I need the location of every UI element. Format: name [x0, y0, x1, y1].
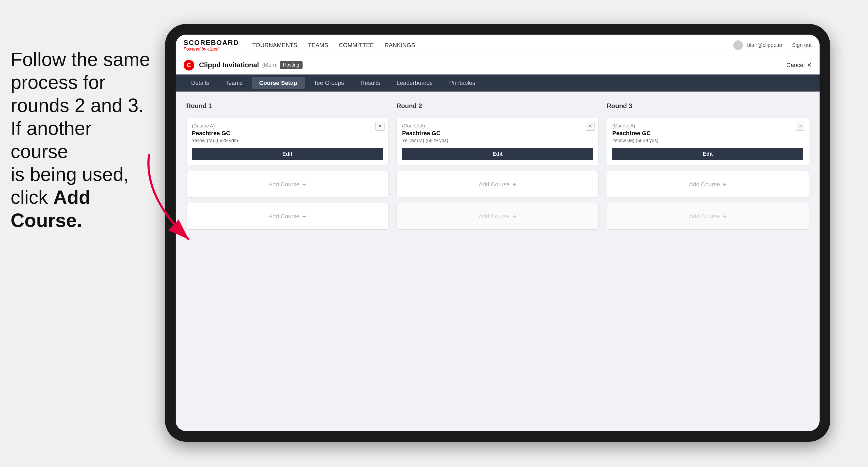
logo-area: SCOREBOARD Powered by clippd — [184, 39, 239, 52]
round-3-title: Round 3 — [607, 102, 809, 110]
round-3-plus-icon-2: + — [723, 212, 727, 221]
hosting-badge: Hosting — [280, 61, 303, 69]
nav-rankings[interactable]: RANKINGS — [384, 40, 415, 51]
instruction-bold: Add Course. — [11, 187, 90, 231]
logo-scoreboard: SCOREBOARD — [184, 39, 239, 47]
round-2-course-name: Peachtree GC — [402, 130, 593, 137]
tablet-frame: SCOREBOARD Powered by clippd TOURNAMENTS… — [165, 24, 830, 442]
round-3-plus-icon-1: + — [723, 180, 727, 189]
round-1-column: Round 1 ✕ (Course A) Peachtree GC Yellow… — [186, 102, 389, 230]
top-nav: SCOREBOARD Powered by clippd TOURNAMENTS… — [176, 35, 819, 56]
round-2-edit-button[interactable]: Edit — [402, 148, 593, 160]
round-3-course-card: ✕ (Course A) Peachtree GC Yellow (M) (66… — [607, 118, 809, 166]
instruction-line1: Follow the sameprocess forrounds 2 and 3… — [11, 49, 150, 231]
cancel-button[interactable]: Cancel ✕ — [786, 62, 812, 69]
round-1-add-course-1[interactable]: Add Course + — [186, 171, 389, 198]
round-2-add-course-1[interactable]: Add Course + — [397, 171, 599, 198]
tablet-screen: SCOREBOARD Powered by clippd TOURNAMENTS… — [176, 35, 819, 431]
nav-teams[interactable]: TEAMS — [308, 40, 328, 51]
round-2-delete-icon[interactable]: ✕ — [586, 122, 595, 131]
round-2-plus-icon-2: + — [513, 212, 517, 221]
tab-teams[interactable]: Teams — [218, 77, 250, 89]
round-1-delete-icon[interactable]: ✕ — [375, 122, 384, 131]
round-1-add-course-2[interactable]: Add Course + — [186, 203, 389, 230]
user-avatar — [733, 40, 743, 50]
round-3-add-course-label-1: Add Course — [689, 181, 720, 188]
nav-committee[interactable]: COMMITTEE — [339, 40, 374, 51]
round-2-course-card: ✕ (Course A) Peachtree GC Yellow (M) (66… — [397, 118, 599, 166]
round-3-course-name: Peachtree GC — [612, 130, 803, 137]
round-1-plus-icon-1: + — [302, 180, 306, 189]
round-2-add-course-2: Add Course + — [397, 203, 599, 230]
round-2-add-course-label-2: Add Course — [479, 213, 509, 220]
round-2-title: Round 2 — [397, 102, 599, 110]
tab-tee-groups[interactable]: Tee Groups — [306, 77, 351, 89]
tab-printables[interactable]: Printables — [442, 77, 483, 89]
round-1-add-course-label-1: Add Course — [269, 181, 299, 188]
round-1-plus-icon-2: + — [302, 212, 306, 221]
round-3-add-course-2: Add Course + — [607, 203, 809, 230]
round-1-course-card: ✕ (Course A) Peachtree GC Yellow (M) (66… — [186, 118, 389, 166]
sign-out-link[interactable]: Sign out — [792, 42, 812, 48]
user-email: blair@clippd.io — [747, 42, 782, 48]
nav-tournaments[interactable]: TOURNAMENTS — [252, 40, 298, 51]
round-3-edit-button[interactable]: Edit — [612, 148, 803, 160]
user-area: blair@clippd.io | Sign out — [733, 40, 812, 50]
tournament-name: Clippd Invitational — [199, 61, 259, 69]
tournament-logo-icon: C — [184, 60, 194, 70]
round-1-course-name: Peachtree GC — [192, 130, 383, 137]
round-2-course-label: (Course A) — [402, 123, 593, 129]
round-3-course-details: Yellow (M) (6629 yds) — [612, 138, 803, 144]
round-1-course-details: Yellow (M) (6629 yds) — [192, 138, 383, 144]
round-2-plus-icon-1: + — [513, 180, 517, 189]
round-2-course-details: Yellow (M) (6629 yds) — [402, 138, 593, 144]
tab-results[interactable]: Results — [353, 77, 388, 89]
round-3-delete-icon[interactable]: ✕ — [796, 122, 805, 131]
round-3-course-label: (Course A) — [612, 123, 803, 129]
tournament-gender: (Men) — [262, 62, 276, 68]
instruction-panel: Follow the sameprocess forrounds 2 and 3… — [0, 42, 165, 237]
round-1-edit-button[interactable]: Edit — [192, 148, 383, 160]
tab-leaderboards[interactable]: Leaderboards — [389, 77, 440, 89]
round-1-add-course-label-2: Add Course — [269, 213, 299, 220]
logo-sub: Powered by clippd — [184, 47, 239, 52]
round-3-add-course-label-2: Add Course — [689, 213, 720, 220]
round-2-column: Round 2 ✕ (Course A) Peachtree GC Yellow… — [397, 102, 599, 230]
nav-links: TOURNAMENTS TEAMS COMMITTEE RANKINGS — [252, 40, 733, 51]
tab-course-setup[interactable]: Course Setup — [252, 77, 305, 89]
round-3-column: Round 3 ✕ (Course A) Peachtree GC Yellow… — [607, 102, 809, 230]
rounds-grid: Round 1 ✕ (Course A) Peachtree GC Yellow… — [186, 102, 809, 230]
round-3-add-course-1[interactable]: Add Course + — [607, 171, 809, 198]
main-content: Round 1 ✕ (Course A) Peachtree GC Yellow… — [176, 92, 819, 431]
tab-details[interactable]: Details — [184, 77, 216, 89]
round-1-course-label: (Course A) — [192, 123, 383, 129]
tournament-header: C Clippd Invitational (Men) Hosting Canc… — [176, 56, 819, 74]
cancel-icon: ✕ — [807, 62, 812, 69]
round-1-title: Round 1 — [186, 102, 389, 110]
round-2-add-course-label-1: Add Course — [479, 181, 509, 188]
tab-bar: Details Teams Course Setup Tee Groups Re… — [176, 74, 819, 92]
